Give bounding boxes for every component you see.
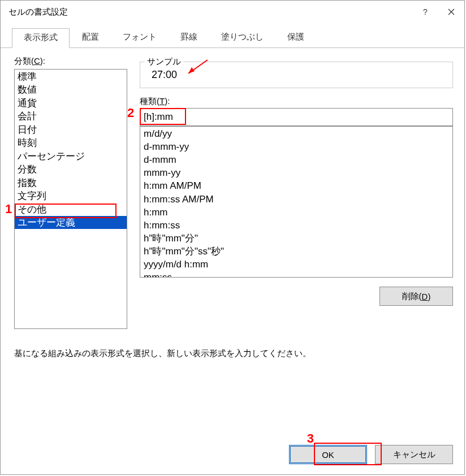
category-item[interactable]: 標準 <box>15 70 127 83</box>
tabstrip: 表示形式 配置 フォント 罫線 塗りつぶし 保護 <box>1 23 464 48</box>
category-item[interactable]: 日付 <box>15 123 127 136</box>
category-item[interactable]: ユーザー定義 <box>15 216 127 229</box>
category-item[interactable]: 文字列 <box>15 189 127 202</box>
tab-border[interactable]: 罫線 <box>169 28 209 48</box>
format-item[interactable]: m/d/yy <box>140 127 452 140</box>
delete-button-pre: 削除( <box>402 291 422 302</box>
format-item[interactable]: h:mm:ss AM/PM <box>140 193 452 206</box>
format-item[interactable]: h"時"mm"分" <box>140 232 452 245</box>
sample-legend: サンプル <box>145 57 183 67</box>
delete-button-post: ) <box>428 292 430 301</box>
tab-font[interactable]: フォント <box>111 28 168 48</box>
format-item[interactable]: h"時"mm"分"ss"秒" <box>140 245 452 258</box>
type-label-key: T <box>159 96 165 106</box>
right-button-row: 削除(D) <box>140 287 453 306</box>
close-button[interactable] <box>438 3 464 20</box>
category-item[interactable]: その他 <box>15 203 127 216</box>
annotation-1-number: 1 <box>5 202 12 217</box>
content-columns: 分類(C): 標準数値通貨会計日付時刻パーセンテージ分数指数文字列その他ユーザー… <box>14 56 453 329</box>
delete-button-key: D <box>422 292 428 301</box>
category-item[interactable]: 指数 <box>15 176 127 189</box>
tab-protection[interactable]: 保護 <box>276 28 316 48</box>
details-column: サンプル 27:00 種類(T): [h]:mm 2 <box>140 56 453 329</box>
category-label: 分類(C): <box>14 56 127 67</box>
format-item[interactable]: d-mmm <box>140 153 452 166</box>
tab-number-format[interactable]: 表示形式 <box>12 28 70 48</box>
type-label-post: ): <box>165 96 170 106</box>
cancel-button[interactable]: キャンセル <box>375 445 453 464</box>
type-label-pre: 種類( <box>140 96 159 106</box>
sample-box: サンプル 27:00 <box>140 62 453 88</box>
format-item[interactable]: mmm-yy <box>140 166 452 179</box>
format-item[interactable]: h:mm <box>140 206 452 219</box>
format-item[interactable]: mm:ss <box>140 271 452 278</box>
format-item[interactable]: yyyy/m/d h:mm <box>140 258 452 271</box>
category-label-pre: 分類( <box>14 56 34 66</box>
format-cells-dialog: セルの書式設定 ? 表示形式 配置 フォント 罫線 塗りつぶし 保護 分類(C)… <box>0 0 465 475</box>
category-list[interactable]: 標準数値通貨会計日付時刻パーセンテージ分数指数文字列その他ユーザー定義 <box>14 69 127 329</box>
format-item[interactable]: d-mmm-yy <box>140 140 452 153</box>
category-item[interactable]: 会計 <box>15 110 127 123</box>
tab-alignment[interactable]: 配置 <box>71 28 110 48</box>
format-item[interactable]: h:mm AM/PM <box>140 179 452 192</box>
tab-fill[interactable]: 塗りつぶし <box>210 28 275 48</box>
ok-button[interactable]: OK <box>289 445 367 464</box>
window-title: セルの書式設定 <box>8 7 412 18</box>
annotation-2-number: 2 <box>127 106 134 120</box>
category-column: 分類(C): 標準数値通貨会計日付時刻パーセンテージ分数指数文字列その他ユーザー… <box>14 56 127 329</box>
titlebar: セルの書式設定 ? <box>1 1 464 23</box>
hint-text: 基になる組み込みの表示形式を選択し、新しい表示形式を入力してください。 <box>14 348 453 359</box>
category-item[interactable]: 通貨 <box>15 97 127 110</box>
category-item[interactable]: パーセンテージ <box>15 150 127 163</box>
close-icon <box>448 8 455 15</box>
sample-value: 27:00 <box>148 69 446 81</box>
help-button[interactable]: ? <box>412 3 438 20</box>
delete-button[interactable]: 削除(D) <box>379 287 453 306</box>
format-item[interactable]: h:mm:ss <box>140 219 452 232</box>
dialog-footer: OK キャンセル 3 <box>1 437 464 474</box>
category-item[interactable]: 数値 <box>15 83 127 96</box>
category-item[interactable]: 時刻 <box>15 136 127 149</box>
type-label: 種類(T): <box>140 96 453 107</box>
format-list[interactable]: m/d/yyd-mmm-yyd-mmmmmm-yyh:mm AM/PMh:mm:… <box>140 126 453 278</box>
category-label-key: C <box>34 56 40 66</box>
category-item[interactable]: 分数 <box>15 163 127 176</box>
category-label-post: ): <box>40 56 45 66</box>
type-input[interactable]: [h]:mm <box>140 108 453 126</box>
tab-content: 分類(C): 標準数値通貨会計日付時刻パーセンテージ分数指数文字列その他ユーザー… <box>1 48 464 437</box>
